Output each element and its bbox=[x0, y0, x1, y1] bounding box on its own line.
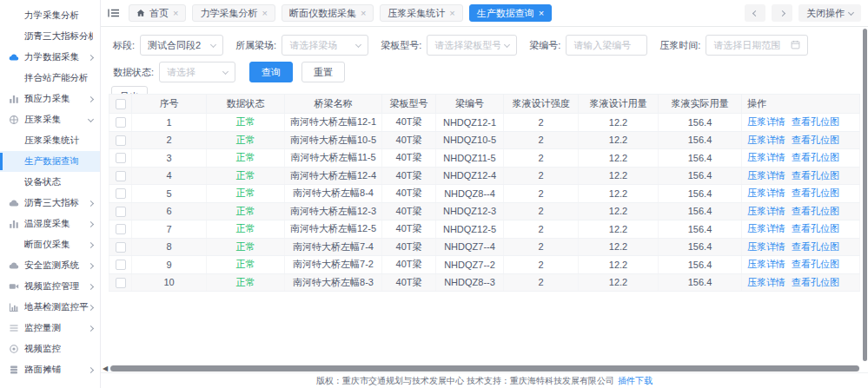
view-hole-map-link[interactable]: 查看孔位图 bbox=[792, 187, 839, 198]
tab[interactable]: 力学采集分析× bbox=[192, 4, 275, 22]
tab-scroll-right-button[interactable] bbox=[772, 4, 792, 22]
sidebar-item[interactable]: 路面摊铺 bbox=[0, 359, 100, 380]
row-checkbox[interactable] bbox=[116, 207, 126, 217]
scroll-left-arrow-icon[interactable]: ◀ bbox=[103, 365, 108, 372]
view-hole-map-link[interactable]: 查看孔位图 bbox=[792, 241, 839, 252]
sidebar-item[interactable]: 视频监控 bbox=[0, 339, 100, 359]
data-status-select[interactable]: 请选择 bbox=[159, 62, 235, 82]
actions-cell: 压浆详情查看孔位图 bbox=[742, 149, 860, 168]
table-cell: 10 bbox=[132, 273, 207, 292]
sidebar-item[interactable]: 断面仪采集 bbox=[0, 234, 100, 255]
sidebar-item[interactable]: 沥青三大指标 bbox=[0, 193, 100, 214]
sidebar-item[interactable]: 力学数据采集 bbox=[0, 47, 100, 68]
grout-detail-link[interactable]: 压浆详情 bbox=[747, 135, 785, 145]
grout-detail-link[interactable]: 压浆详情 bbox=[747, 116, 785, 127]
actions-cell: 压浆详情查看孔位图 bbox=[742, 256, 860, 274]
tab-scroll-left-button[interactable] bbox=[745, 4, 765, 22]
column-header: 浆液设计用量 bbox=[579, 95, 659, 114]
status-cell: 正常 bbox=[207, 256, 285, 274]
search-button[interactable]: 查询 bbox=[249, 62, 293, 82]
view-hole-map-link[interactable]: 查看孔位图 bbox=[792, 135, 839, 145]
chevron-down-icon bbox=[355, 41, 361, 47]
chevron-right-icon bbox=[88, 200, 94, 206]
icon-spacer bbox=[9, 10, 19, 21]
horizontal-scrollbar-track[interactable] bbox=[110, 365, 866, 372]
view-hole-map-link[interactable]: 查看孔位图 bbox=[792, 116, 839, 127]
sidebar-item[interactable]: 沥青三大指标分析 bbox=[0, 26, 100, 47]
beam-type-select-placeholder: 请选择梁板型号 bbox=[434, 39, 500, 52]
menu-fold-icon[interactable] bbox=[108, 8, 120, 18]
plugin-download-link[interactable]: 插件下载 bbox=[618, 375, 653, 387]
horizontal-scrollbar[interactable]: ◀ bbox=[103, 365, 866, 372]
view-hole-map-link[interactable]: 查看孔位图 bbox=[792, 277, 839, 287]
tab[interactable]: 压浆采集统计× bbox=[380, 4, 462, 22]
grout-detail-link[interactable]: 压浆详情 bbox=[747, 259, 785, 269]
yard-select[interactable]: 请选择梁场 bbox=[282, 35, 368, 56]
grout-detail-link[interactable]: 压浆详情 bbox=[747, 170, 785, 181]
table-cell: 12.2 bbox=[579, 238, 659, 256]
grout-detail-link[interactable]: 压浆详情 bbox=[747, 223, 785, 233]
sidebar-item[interactable]: 压浆采集 bbox=[0, 109, 100, 130]
view-hole-map-link[interactable]: 查看孔位图 bbox=[792, 152, 839, 162]
close-icon[interactable]: × bbox=[449, 9, 454, 18]
table-cell: 9 bbox=[132, 256, 207, 274]
globe-icon bbox=[9, 115, 19, 125]
table-cell: 南河特大桥左幅12-4 bbox=[285, 167, 382, 185]
table-cell: 12.2 bbox=[579, 114, 659, 132]
grout-detail-link[interactable]: 压浆详情 bbox=[747, 277, 785, 287]
grout-detail-link[interactable]: 压浆详情 bbox=[747, 206, 785, 216]
close-icon[interactable]: × bbox=[361, 9, 366, 18]
grout-time-date-range-input[interactable]: 请选择日期范围 bbox=[706, 35, 808, 56]
row-checkbox[interactable] bbox=[116, 260, 126, 270]
reset-button[interactable]: 重置 bbox=[301, 62, 345, 82]
section-label: 标段: bbox=[113, 39, 135, 52]
row-checkbox[interactable] bbox=[116, 153, 126, 163]
grout-detail-link[interactable]: 压浆详情 bbox=[747, 187, 785, 198]
grout-detail-link[interactable]: 压浆详情 bbox=[747, 152, 785, 162]
sidebar-item[interactable]: 地基检测监控平台 bbox=[0, 297, 100, 318]
row-checkbox[interactable] bbox=[116, 242, 126, 253]
vertical-scrollbar-thumb[interactable] bbox=[863, 29, 867, 361]
sidebar-item-label: 预应力采集 bbox=[24, 93, 89, 105]
table-cell: 40T梁 bbox=[382, 273, 436, 292]
close-icon[interactable]: × bbox=[262, 9, 267, 18]
sidebar-item[interactable]: 安全监测系统 bbox=[0, 255, 100, 276]
grout-detail-link[interactable]: 压浆详情 bbox=[747, 241, 785, 252]
main-panel: 标段: 测试合同段2 所属梁场: 请选择梁场 梁板型号: 请选择梁板型号 梁编号… bbox=[101, 27, 868, 371]
view-hole-map-link[interactable]: 查看孔位图 bbox=[792, 170, 839, 181]
row-checkbox[interactable] bbox=[116, 224, 126, 234]
sidebar-item[interactable]: 设备状态 bbox=[0, 172, 100, 193]
sidebar-item[interactable]: 监控量测 bbox=[0, 318, 100, 339]
tab-active[interactable]: 生产数据查询× bbox=[469, 4, 552, 22]
tab[interactable]: 断面仪数据采集× bbox=[282, 4, 374, 22]
view-hole-map-link[interactable]: 查看孔位图 bbox=[792, 206, 839, 216]
status-badge: 正常 bbox=[236, 206, 255, 216]
row-checkbox[interactable] bbox=[116, 278, 126, 288]
beam-no-label: 梁编号: bbox=[529, 39, 560, 52]
view-hole-map-link[interactable]: 查看孔位图 bbox=[792, 223, 839, 233]
close-icon[interactable]: × bbox=[539, 9, 544, 18]
select-all-checkbox[interactable] bbox=[116, 99, 126, 109]
sidebar-item[interactable]: 视频监控管理 bbox=[0, 276, 100, 297]
cloud-icon bbox=[9, 198, 19, 208]
row-checkbox[interactable] bbox=[116, 188, 126, 199]
row-checkbox[interactable] bbox=[116, 117, 126, 128]
close-icon[interactable]: × bbox=[173, 9, 178, 18]
beam-type-select[interactable]: 请选择梁板型号 bbox=[427, 35, 517, 56]
sidebar-item[interactable]: 温湿度采集 bbox=[0, 214, 100, 234]
beam-no-input[interactable] bbox=[566, 35, 647, 56]
sidebar-item[interactable]: 拌合站产能分析 bbox=[0, 68, 100, 89]
column-header: 梁编号 bbox=[436, 95, 504, 114]
sidebar-item[interactable]: 预应力采集 bbox=[0, 89, 100, 109]
horizontal-scrollbar-thumb[interactable] bbox=[110, 365, 859, 372]
row-checkbox[interactable] bbox=[116, 171, 126, 181]
row-checkbox[interactable] bbox=[116, 135, 126, 146]
sidebar-item[interactable]: 力学采集分析 bbox=[0, 5, 100, 26]
table-cell: 7 bbox=[132, 220, 207, 239]
sidebar-item[interactable]: 压浆采集统计 bbox=[0, 130, 100, 151]
sidebar-item-active[interactable]: 生产数据查询 bbox=[0, 151, 100, 172]
section-select[interactable]: 测试合同段2 bbox=[140, 35, 223, 56]
close-operations-dropdown[interactable]: 关闭操作 bbox=[798, 4, 861, 22]
view-hole-map-link[interactable]: 查看孔位图 bbox=[792, 259, 839, 269]
tab[interactable]: 首页× bbox=[129, 4, 186, 22]
